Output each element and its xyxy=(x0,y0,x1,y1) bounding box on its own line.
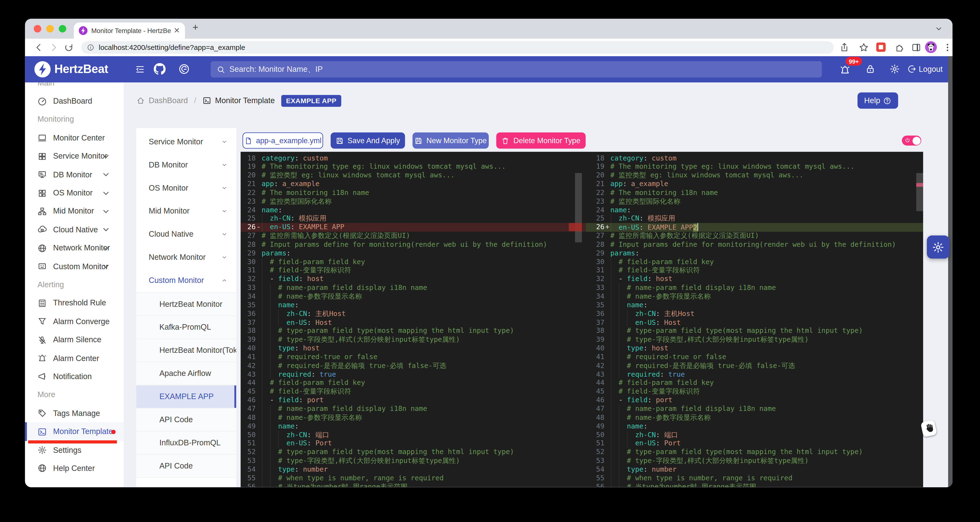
sidebar-item-custom-monitor[interactable]: Custom Monitor xyxy=(25,257,124,276)
type-group-mid-monitor[interactable]: Mid Monitor xyxy=(136,200,236,223)
type-item-api-code[interactable]: API Code xyxy=(136,455,236,478)
sidebar-item-alarm-converge[interactable]: Alarm Converge xyxy=(25,313,124,331)
logout-icon[interactable] xyxy=(907,64,917,74)
sidebar-item-monitor-template[interactable]: Monitor Template xyxy=(25,422,124,441)
yml-file-button[interactable]: app-a_example.yml xyxy=(243,132,323,148)
menu-fold-icon[interactable] xyxy=(135,64,145,74)
sidebar-item-alarm-silence[interactable]: Alarm Silence xyxy=(25,331,124,349)
sidebar-item-alarm-center[interactable]: Alarm Center xyxy=(25,349,124,367)
settings-gear-icon[interactable] xyxy=(889,63,900,74)
indent-guide xyxy=(619,422,619,431)
browser-menu-icon[interactable] xyxy=(942,43,952,52)
sidebar-item-tags-manage[interactable]: Tags Manage xyxy=(25,404,124,422)
type-item-influxdb-promql[interactable]: InfluxDB-PromQL xyxy=(136,432,236,455)
profile-avatar[interactable] xyxy=(925,41,937,53)
site-info-icon[interactable] xyxy=(87,44,94,51)
bell-icon[interactable] xyxy=(839,64,851,76)
sidebar-item-cloud-native[interactable]: Cloud Native xyxy=(25,221,124,239)
type-group-os-monitor[interactable]: OS Monitor xyxy=(136,176,236,199)
code-line-22: 22# The monitoring i18n name xyxy=(241,189,586,197)
tab-strip: Monitor Template - HertzBeat ✕ + xyxy=(25,19,953,39)
code-line-53: 53 # type-字段类型,样式(大部分映射input标签type属性) xyxy=(241,457,586,465)
chevron-up-icon xyxy=(221,278,228,284)
sidebar-item-service-monitor[interactable]: Service Monitor xyxy=(25,147,124,165)
type-item-apache-airflow[interactable]: Apache Airflow xyxy=(136,362,236,385)
breadcrumb-dashboard[interactable]: DashBoard xyxy=(149,96,188,105)
search-input[interactable] xyxy=(229,65,816,74)
diff-editor[interactable]: 18category: custom19# The monitoring typ… xyxy=(241,152,923,487)
tab-close-icon[interactable]: ✕ xyxy=(173,26,180,35)
line-number: 35 xyxy=(586,301,605,310)
sidebar-item-os-monitor[interactable]: OS Monitor xyxy=(25,184,124,202)
diff-marker xyxy=(256,310,262,318)
sidebar-item-threshold-rule[interactable]: Threshold Rule xyxy=(25,294,124,313)
code-line-30: 30 # field-param field key xyxy=(241,258,586,266)
type-group-custom-monitor[interactable]: Custom Monitor xyxy=(136,269,236,292)
browser-tab[interactable]: Monitor Template - HertzBeat ✕ xyxy=(74,22,185,38)
type-group-db-monitor[interactable]: DB Monitor xyxy=(136,153,236,176)
help-button[interactable]: Help xyxy=(858,92,898,109)
tab-search-chevron-icon[interactable] xyxy=(934,24,943,33)
code-line-49: 49 name: xyxy=(241,422,586,431)
logout-button[interactable]: Logout xyxy=(919,56,943,83)
bookmark-star-icon[interactable] xyxy=(859,43,869,52)
power-icon xyxy=(904,137,910,144)
url-bar[interactable]: localhost:4200/setting/define?app=a_exam… xyxy=(81,41,834,54)
code-line-25: 25 zh-CN: 模拟应用 xyxy=(586,214,923,223)
sidebar-item-help-center[interactable]: Help Center xyxy=(25,459,124,478)
global-search[interactable] xyxy=(210,61,822,77)
type-group-cloud-native[interactable]: Cloud Native xyxy=(136,223,236,246)
github-icon[interactable] xyxy=(154,63,165,75)
new-monitor-type-button[interactable]: New Monitor Type xyxy=(413,132,489,148)
sidebar-item-network-monitor[interactable]: Network Monitor xyxy=(25,239,124,257)
indent-guide xyxy=(619,344,619,353)
diff-marker xyxy=(604,154,610,163)
template-enable-toggle[interactable] xyxy=(902,135,921,145)
type-item-api-code[interactable]: API Code xyxy=(136,408,236,432)
sidebar-item-dashboard[interactable]: DashBoard xyxy=(25,92,124,110)
sidebar-item-settings[interactable]: Settings xyxy=(25,441,124,459)
sidebar-item-label: DB Monitor xyxy=(53,170,92,179)
extensions-puzzle-icon[interactable] xyxy=(895,43,905,52)
window-minimize-button[interactable] xyxy=(46,25,54,33)
sidebar-item-notification[interactable]: Notification xyxy=(25,368,124,386)
type-group-network-monitor[interactable]: Network Monitor xyxy=(136,246,236,269)
sidebar-item-db-monitor[interactable]: DB Monitor xyxy=(25,165,124,184)
home-icon[interactable] xyxy=(136,96,145,105)
save-and-apply-button[interactable]: Save And Apply xyxy=(331,132,405,148)
back-icon[interactable] xyxy=(34,43,44,52)
indent-guide xyxy=(610,370,611,379)
sidebar-item-mid-monitor[interactable]: Mid Monitor xyxy=(25,202,124,221)
type-item-hertzbeat-monitor[interactable]: HertzBeat Monitor xyxy=(136,293,236,316)
sidebar-item-label: Monitor Template xyxy=(53,427,113,436)
window-close-button[interactable] xyxy=(34,25,41,33)
diff-pane-right[interactable]: 18category: custom19# The monitoring typ… xyxy=(586,152,923,487)
reload-icon[interactable] xyxy=(64,43,73,52)
floating-settings-button[interactable] xyxy=(927,235,950,259)
gitee-icon[interactable] xyxy=(178,63,190,75)
diff-marker xyxy=(256,163,262,171)
type-item-hertzbeat-monitor-toke[interactable]: HertzBeat Monitor(Toke xyxy=(136,339,236,362)
type-item-example-app[interactable]: EXAMPLE APP xyxy=(136,385,236,408)
hertzbeat-logo[interactable]: HertzBeat xyxy=(35,61,108,77)
side-panel-icon[interactable] xyxy=(911,43,921,52)
diff-pane-left[interactable]: 18category: custom19# The monitoring typ… xyxy=(241,152,586,487)
diff-marker xyxy=(604,171,610,180)
diff-marker xyxy=(256,439,262,448)
lock-icon[interactable] xyxy=(865,63,876,74)
share-icon[interactable] xyxy=(839,43,849,52)
right-pane-scrollbar[interactable] xyxy=(916,173,923,211)
diff-marker xyxy=(256,284,262,292)
type-item-kafka-promql[interactable]: Kafka-PromQL xyxy=(136,316,236,339)
diff-marker xyxy=(604,284,610,292)
delete-monitor-type-button[interactable]: Delete Monitor Type xyxy=(496,132,586,148)
page-scrollbar[interactable] xyxy=(948,56,953,487)
indent-guide xyxy=(610,284,611,292)
type-group-service-monitor[interactable]: Service Monitor xyxy=(136,130,236,153)
left-pane-scrollbar[interactable] xyxy=(575,173,582,243)
new-tab-button[interactable]: + xyxy=(192,22,198,33)
diff-marker xyxy=(256,301,262,310)
window-zoom-button[interactable] xyxy=(59,25,66,33)
extension-red-icon[interactable] xyxy=(876,43,886,52)
sidebar-item-monitor-center[interactable]: Monitor Center xyxy=(25,129,124,147)
